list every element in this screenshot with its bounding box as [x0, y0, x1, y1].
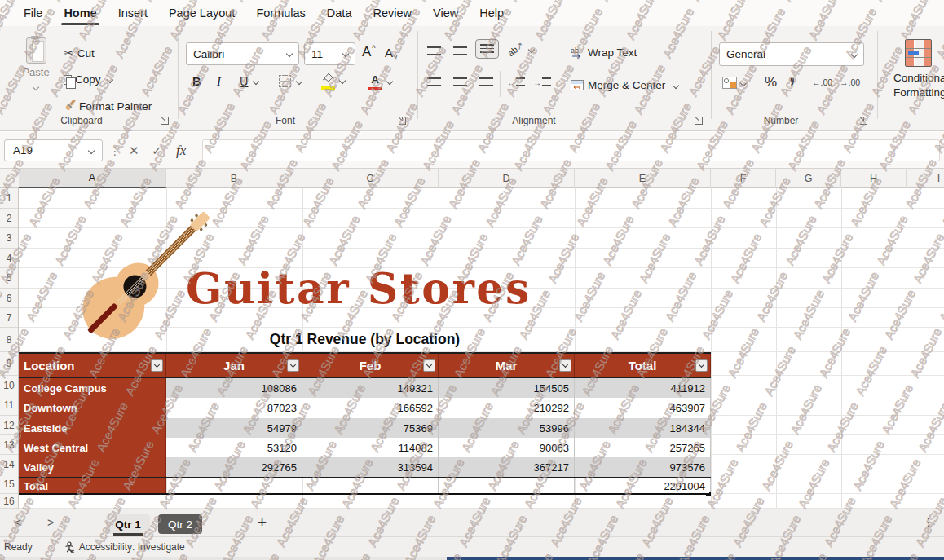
underline-button[interactable]: U: [240, 75, 258, 88]
merge-center-button[interactable]: Merge & Center: [571, 79, 678, 91]
sheet-tab-qtr-2[interactable]: Qtr 2: [158, 514, 202, 534]
row-header-11[interactable]: 11: [0, 395, 18, 416]
align-left-button[interactable]: [427, 77, 441, 87]
enter-icon[interactable]: ✓: [152, 139, 162, 161]
font-color-button[interactable]: A: [368, 72, 392, 90]
increase-font-size-button[interactable]: A^: [362, 44, 376, 60]
number-dialog-launcher[interactable]: [860, 117, 867, 125]
filter-dropdown-total[interactable]: [695, 359, 708, 372]
wrap-text-button[interactable]: ab Wrap Text: [571, 46, 637, 59]
increase-decimal-button[interactable]: ←.00: [812, 77, 832, 87]
orientation-button[interactable]: ab↗: [507, 44, 534, 55]
accounting-icon: [722, 77, 737, 89]
clipboard-dialog-launcher[interactable]: [161, 117, 169, 125]
bold-button[interactable]: B: [192, 75, 201, 88]
bottom-align-button[interactable]: [475, 39, 499, 59]
column-header-d[interactable]: D: [439, 169, 575, 188]
row-header-6[interactable]: 6: [0, 289, 18, 308]
formula-input[interactable]: [202, 139, 940, 161]
row-label: Eastside: [19, 418, 166, 438]
font-dialog-launcher[interactable]: [399, 117, 406, 125]
column-header-f[interactable]: F: [711, 169, 776, 188]
prev-sheet-arrow[interactable]: <: [15, 516, 21, 529]
table-resize-handle[interactable]: [706, 492, 711, 496]
row-header-8[interactable]: 8: [0, 328, 18, 352]
cancel-icon[interactable]: ✕: [129, 139, 139, 161]
accessibility-status[interactable]: Accessibility: Investigate: [64, 541, 185, 553]
chevron-down-icon: [88, 147, 95, 153]
next-sheet-arrow[interactable]: >: [47, 516, 54, 529]
row-header-15[interactable]: 15: [0, 474, 18, 494]
row-header-9[interactable]: 9: [0, 352, 18, 376]
copy-button[interactable]: Copy: [64, 73, 112, 86]
align-center-button[interactable]: [453, 77, 467, 87]
column-header-e[interactable]: E: [575, 169, 711, 188]
menu-tab-page-layout[interactable]: Page Layout: [158, 0, 245, 26]
alignment-dialog-launcher[interactable]: [695, 117, 703, 125]
align-right-button[interactable]: [479, 77, 493, 87]
font-name-combo[interactable]: Calibri: [186, 42, 299, 65]
table-cell: 411912: [575, 378, 711, 398]
table-header-location: Location: [19, 354, 166, 377]
row-header-1[interactable]: 1: [0, 188, 18, 209]
filter-dropdown-jan[interactable]: [287, 359, 299, 372]
menu-tab-insert[interactable]: Insert: [108, 0, 158, 26]
column-headers: ABCDEFGHI: [0, 169, 944, 188]
font-size-combo[interactable]: 11: [304, 42, 355, 65]
menu-tab-view[interactable]: View: [422, 0, 469, 26]
row-header-3[interactable]: 3: [0, 228, 18, 249]
percent-style-button[interactable]: %: [765, 74, 777, 90]
row-header-7[interactable]: 7: [0, 308, 18, 328]
cut-button[interactable]: ✂ Cut: [64, 46, 95, 60]
chevron-down-icon: [296, 77, 302, 84]
comma-style-button[interactable]: ,: [789, 62, 796, 87]
row-header-2[interactable]: 2: [0, 209, 18, 228]
row-header-10[interactable]: 10: [0, 376, 18, 395]
borders-button[interactable]: [279, 75, 302, 87]
fx-icon[interactable]: fx: [176, 139, 186, 161]
menu-tab-review[interactable]: Review: [362, 0, 422, 26]
orientation-icon: ab↗: [505, 40, 526, 59]
paste-button[interactable]: Paste: [18, 37, 54, 93]
sheet-tab-qtr-1[interactable]: Qtr 1: [106, 514, 150, 534]
menu-tab-data[interactable]: Data: [316, 0, 363, 26]
row-headers: 12345678910111213141516: [0, 188, 19, 509]
menu-tab-home[interactable]: Home: [53, 0, 107, 26]
column-header-a[interactable]: A: [19, 169, 166, 188]
tab-bar-menu-icon[interactable]: ⋮: [923, 516, 933, 528]
format-painter-button[interactable]: Format Painter: [64, 100, 152, 112]
column-header-i[interactable]: I: [907, 169, 944, 188]
decrease-font-size-button[interactable]: A^: [385, 45, 397, 60]
fill-color-button[interactable]: [321, 71, 345, 90]
formula-bar: A19 ⋮ ✕ ✓ fx: [0, 132, 944, 169]
middle-align-button[interactable]: [453, 46, 467, 56]
conditional-formatting-button[interactable]: Conditional Formatting: [893, 39, 944, 100]
row-header-4[interactable]: 4: [0, 249, 18, 268]
row-header-13[interactable]: 13: [0, 435, 18, 455]
column-header-c[interactable]: C: [302, 169, 439, 188]
filter-dropdown-feb[interactable]: [423, 359, 435, 372]
row-header-12[interactable]: 12: [0, 416, 18, 435]
menu-tab-file[interactable]: File: [13, 0, 53, 26]
filter-dropdown-location[interactable]: [151, 359, 163, 372]
accounting-format-button[interactable]: [722, 77, 746, 89]
menu-tab-formulas[interactable]: Formulas: [245, 0, 315, 26]
italic-button[interactable]: I: [217, 75, 221, 89]
row-header-5[interactable]: 5: [0, 268, 18, 289]
increase-indent-button[interactable]: →: [533, 77, 551, 87]
column-header-h[interactable]: H: [841, 169, 907, 188]
worksheet-title: Guitar Stores: [186, 263, 532, 313]
window-bottom-edge: [0, 557, 944, 560]
top-align-button[interactable]: [427, 46, 441, 56]
menu-tab-help[interactable]: Help: [469, 0, 514, 26]
name-box[interactable]: A19: [4, 139, 103, 161]
column-header-g[interactable]: G: [776, 169, 841, 188]
row-header-16[interactable]: 16: [0, 494, 18, 509]
column-header-b[interactable]: B: [166, 169, 302, 188]
decrease-decimal-button[interactable]: →.00: [840, 77, 860, 87]
chevron-down-icon: [106, 76, 112, 82]
new-sheet-button[interactable]: +: [258, 514, 267, 531]
row-header-14[interactable]: 14: [0, 455, 18, 474]
filter-dropdown-mar[interactable]: [559, 359, 571, 372]
decrease-indent-button[interactable]: ←: [507, 77, 525, 87]
